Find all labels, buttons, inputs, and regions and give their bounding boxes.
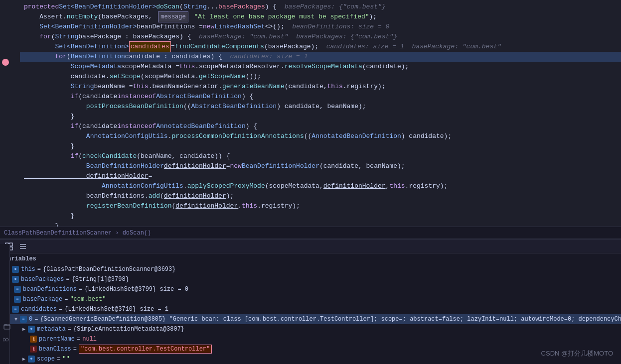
variables-header: Variables xyxy=(0,253,621,264)
var-eq: = xyxy=(64,296,68,303)
var-name-candidates: candidates xyxy=(21,306,57,313)
var-icon-elem0: ≡ xyxy=(20,316,27,323)
debug-value: beanDefinitions: size = 0 xyxy=(292,22,389,32)
var-eq: = xyxy=(66,276,69,283)
code-text: definitionHolder xyxy=(175,201,238,211)
method-name: add xyxy=(149,191,160,201)
method-name: postProcessBeanDefinition xyxy=(86,102,183,112)
var-icon-parentname: ℹ xyxy=(30,336,37,343)
code-text: beanName = xyxy=(94,82,133,92)
code-text: ( xyxy=(179,2,183,12)
editor-area: protected Set<BeanDefinitionHolder> doSc… xyxy=(0,0,621,227)
var-value-candidates: {LinkedHashSet@3710} size = 1 xyxy=(64,306,168,313)
code-line-11: postProcessBeanDefinition (( AbstractBea… xyxy=(20,102,621,112)
type: Set<BeanDefinitionHolder> xyxy=(39,22,137,32)
code-line-2: Assert. notEmpty (basePackages, message … xyxy=(20,12,621,22)
breakpoint-marker[interactable] xyxy=(2,59,9,66)
var-metadata-row[interactable]: ● metadata = {SimpleAnnotationMetadata@3… xyxy=(0,324,621,334)
var-icon-basepackages: ● xyxy=(12,276,19,283)
var-candidates-row[interactable]: ≡ candidates = {LinkedHashSet@3710} size… xyxy=(0,304,621,314)
code-text: <>(); xyxy=(265,22,293,32)
debug-value: candidates: size = 1 basePackage: "com.b… xyxy=(326,42,501,52)
type: String xyxy=(183,2,207,12)
expand-elem0[interactable] xyxy=(12,317,20,322)
code-line-8: candidate. setScope (scopeMetadata. getS… xyxy=(20,72,621,82)
var-this-row[interactable]: ● this = {ClassPathBeanDefinitionScanner… xyxy=(0,264,621,274)
var-icon-candidates: ≡ xyxy=(12,306,19,313)
type: AbstractBeanDefinition xyxy=(156,92,242,102)
var-beanclass-row[interactable]: ℹ beanClass = "com.best.controller.TestC… xyxy=(0,344,621,354)
var-icon-beanclass: ℹ xyxy=(30,346,37,353)
code-text xyxy=(24,92,71,102)
code-line-9: String beanName = this .beanNameGenerato… xyxy=(20,82,621,92)
method-name: getScopeName xyxy=(199,72,246,82)
code-text: ); xyxy=(369,12,377,22)
var-icon-scope: ● xyxy=(28,356,35,363)
code-text: definitionHolder xyxy=(323,181,386,191)
var-beandefs-row[interactable]: ≡ beanDefinitions = {LinkedHashSet@3799}… xyxy=(0,284,621,294)
code-text: .registry); xyxy=(405,181,448,191)
expand-metadata[interactable] xyxy=(20,326,28,332)
code-text: , xyxy=(386,181,390,191)
var-icon-metadata: ● xyxy=(28,326,35,333)
keyword: this xyxy=(242,201,257,211)
code-line-12: } xyxy=(20,112,621,121)
code-text: ( xyxy=(78,151,82,161)
code-line-20: beanDefinitions. add ( definitionHolder … xyxy=(20,191,621,201)
var-value-basepackage: "com.best" xyxy=(70,296,106,303)
code-text xyxy=(24,201,86,211)
watermark-text: CSDN @打分几楼MOTO xyxy=(541,350,613,357)
var-basepackages-row[interactable]: ● basePackages = {String[1]@3798} xyxy=(0,274,621,284)
keyword: protected xyxy=(24,2,59,12)
code-text xyxy=(24,22,39,32)
type: BeanDefinition xyxy=(71,52,125,62)
code-text: (scopeMetadata, xyxy=(265,181,323,191)
debug-toolbar xyxy=(0,240,621,253)
var-scope-row[interactable]: ● scope = "" xyxy=(0,354,621,364)
code-text: candidate : candidates) { xyxy=(125,52,230,62)
code-text: . xyxy=(168,131,172,141)
watermark: CSDN @打分几楼MOTO xyxy=(541,349,613,358)
code-text: (candidate, beanName); xyxy=(319,161,405,171)
infinity-icon[interactable] xyxy=(2,335,12,345)
code-line-3: Set<BeanDefinitionHolder> beanDefinition… xyxy=(20,22,621,32)
param: basePackages xyxy=(218,2,265,12)
keyword: this xyxy=(179,62,195,72)
code-line-23: } xyxy=(20,221,621,227)
variables-list: ● this = {ClassPathBeanDefinitionScanner… xyxy=(0,264,621,364)
type: AnnotatedBeanDefinition xyxy=(156,121,245,131)
code-text: ) candidate); xyxy=(401,131,452,141)
var-basepackage-row[interactable]: ≡ basePackage = "com.best" xyxy=(0,294,621,304)
code-line-1: protected Set<BeanDefinitionHolder> doSc… xyxy=(20,2,621,12)
var-value-scope: "" xyxy=(62,356,69,363)
folder-icon[interactable] xyxy=(2,322,12,332)
code-text: ( xyxy=(160,191,164,201)
code-text: } xyxy=(24,141,74,151)
code-line-6: for ( BeanDefinition candidate : candida… xyxy=(20,52,621,62)
code-text: ( xyxy=(67,52,71,62)
keyword: this xyxy=(389,181,405,191)
var-parentname-row[interactable]: ℹ parentName = null xyxy=(0,334,621,344)
code-text: (candidate xyxy=(78,92,117,102)
code-line-14: AnnotationConfigUtils . processCommonDef… xyxy=(20,131,621,141)
var-name-this: this xyxy=(21,266,35,273)
code-line-16: if ( checkCandidate (beanName, candidate… xyxy=(20,151,621,161)
code-text: ( xyxy=(171,201,175,211)
type: String xyxy=(71,82,94,92)
code-text: = xyxy=(149,171,153,181)
var-icon-beandefs: ≡ xyxy=(14,286,21,293)
string-literal: "At least one base package must be speci… xyxy=(190,12,369,22)
debug-value: basePackages: {"com.best"} xyxy=(285,2,386,12)
expand-scope[interactable] xyxy=(20,356,28,362)
method-name: registerBeanDefinition xyxy=(86,201,172,211)
keyword: new xyxy=(230,161,242,171)
keyword: instanceof xyxy=(117,92,156,102)
keyword: if xyxy=(71,121,79,131)
line-gutter xyxy=(0,0,20,227)
list-view-button[interactable] xyxy=(18,242,28,251)
code-text: definitionHolder xyxy=(164,161,226,171)
var-elem0-row[interactable]: ≡ 0 = {ScannedGenericBeanDefinition@3805… xyxy=(0,314,621,324)
code-text: .registry); xyxy=(257,201,300,211)
code-text: (basePackages, xyxy=(98,12,156,22)
svg-rect-7 xyxy=(4,325,10,329)
